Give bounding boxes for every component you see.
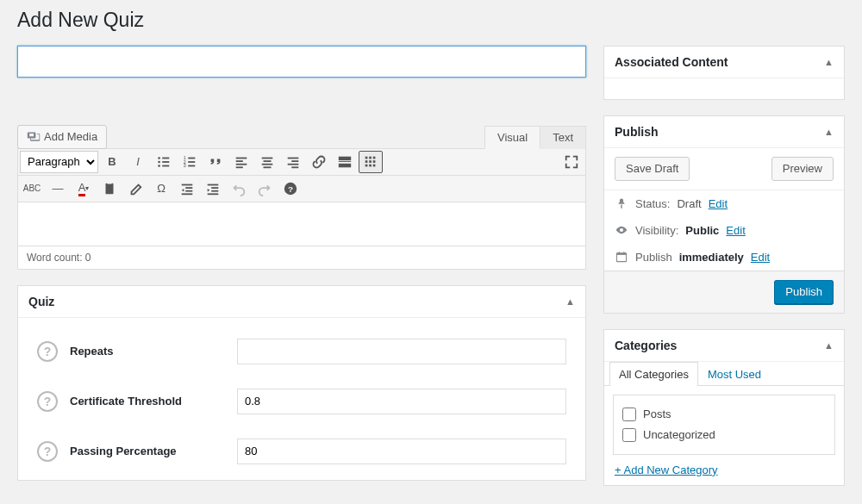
svg-rect-44 <box>211 190 218 192</box>
svg-rect-13 <box>236 160 243 162</box>
eye-icon <box>615 224 628 236</box>
svg-rect-16 <box>262 157 273 159</box>
format-select[interactable]: Paragraph <box>20 151 98 173</box>
quiz-box-heading: Quiz <box>28 295 54 308</box>
quiz-title-input[interactable] <box>17 46 586 78</box>
add-media-button[interactable]: Add Media <box>17 125 107 149</box>
svg-point-0 <box>158 157 160 159</box>
category-label: Uncategorized <box>643 428 715 441</box>
link-button[interactable] <box>307 151 331 173</box>
svg-rect-49 <box>616 253 626 255</box>
help-button[interactable]: ? <box>278 177 303 200</box>
svg-rect-17 <box>264 160 272 162</box>
visibility-value: Public <box>685 224 719 237</box>
svg-rect-38 <box>182 184 193 185</box>
svg-rect-21 <box>291 160 298 162</box>
repeats-input[interactable] <box>237 339 566 364</box>
status-label: Status: <box>635 197 670 210</box>
svg-rect-12 <box>236 157 247 159</box>
help-icon[interactable]: ? <box>37 391 58 412</box>
align-right-button[interactable] <box>281 151 305 173</box>
redo-button[interactable] <box>253 177 277 200</box>
svg-rect-29 <box>373 157 376 159</box>
category-item-uncategorized[interactable]: Uncategorized <box>622 425 826 445</box>
svg-rect-35 <box>373 165 376 167</box>
status-edit-link[interactable]: Edit <box>709 197 728 210</box>
category-label: Posts <box>643 408 671 420</box>
passing-percentage-input[interactable] <box>237 439 566 464</box>
svg-rect-43 <box>211 187 218 189</box>
svg-rect-40 <box>185 190 192 192</box>
quiz-box-toggle[interactable]: ▲ <box>565 296 575 307</box>
bold-button[interactable]: B <box>100 151 124 173</box>
read-more-button[interactable] <box>333 151 357 173</box>
editor-content-area[interactable] <box>18 202 585 246</box>
numbered-list-button[interactable]: 123 <box>178 151 202 173</box>
svg-rect-25 <box>339 161 351 162</box>
add-media-label: Add Media <box>44 126 97 148</box>
special-char-button[interactable]: Ω <box>149 177 173 200</box>
svg-rect-31 <box>369 160 372 163</box>
tab-most-used[interactable]: Most Used <box>698 362 771 386</box>
tab-all-categories[interactable]: All Categories <box>609 362 698 386</box>
categories-toggle[interactable]: ▲ <box>824 340 834 351</box>
category-checkbox-uncategorized[interactable] <box>622 428 636 442</box>
toolbar-toggle-button[interactable] <box>359 151 383 173</box>
svg-point-2 <box>158 161 160 164</box>
calendar-icon <box>615 251 628 263</box>
svg-rect-5 <box>162 165 169 166</box>
svg-rect-20 <box>288 157 299 159</box>
italic-button[interactable]: I <box>126 151 150 173</box>
fullscreen-button[interactable] <box>559 151 584 173</box>
svg-rect-45 <box>208 193 219 195</box>
outdent-button[interactable] <box>175 177 199 200</box>
tab-visual[interactable]: Visual <box>484 126 540 149</box>
publish-time-edit-link[interactable]: Edit <box>751 251 770 264</box>
certificate-threshold-label: Certificate Threshold <box>70 395 225 408</box>
svg-rect-42 <box>208 184 219 185</box>
strikethrough-button[interactable]: ABC <box>20 177 44 200</box>
svg-rect-50 <box>619 252 620 254</box>
undo-button[interactable] <box>227 177 251 200</box>
align-left-button[interactable] <box>229 151 253 173</box>
svg-text:?: ? <box>288 184 293 193</box>
bulleted-list-button[interactable] <box>152 151 176 173</box>
svg-rect-7 <box>188 157 195 159</box>
add-new-category-link[interactable]: + Add New Category <box>604 464 844 485</box>
hr-button[interactable]: — <box>46 177 70 200</box>
blockquote-button[interactable] <box>203 151 228 173</box>
text-color-button[interactable]: A▾ <box>72 177 96 200</box>
certificate-threshold-input[interactable] <box>237 389 566 414</box>
category-checkbox-posts[interactable] <box>622 408 636 421</box>
svg-rect-11 <box>188 165 195 166</box>
svg-rect-3 <box>162 161 169 163</box>
tab-text[interactable]: Text <box>540 126 586 149</box>
align-center-button[interactable] <box>255 151 279 173</box>
clear-formatting-button[interactable] <box>123 177 147 200</box>
help-icon[interactable]: ? <box>37 341 58 362</box>
paste-text-button[interactable] <box>97 177 122 200</box>
pin-icon <box>615 197 628 209</box>
associated-content-toggle[interactable]: ▲ <box>824 57 834 67</box>
indent-button[interactable] <box>201 177 225 200</box>
visibility-edit-link[interactable]: Edit <box>726 224 745 237</box>
svg-rect-1 <box>162 157 169 159</box>
svg-rect-34 <box>369 165 372 167</box>
status-value: Draft <box>677 197 701 210</box>
svg-rect-27 <box>365 157 368 159</box>
editor-toolbar-row-2: ABC — A▾ Ω ? <box>18 176 585 202</box>
save-draft-button[interactable]: Save Draft <box>615 157 690 181</box>
help-icon[interactable]: ? <box>37 441 58 462</box>
svg-rect-19 <box>264 166 272 168</box>
svg-rect-22 <box>288 164 299 165</box>
preview-button[interactable]: Preview <box>771 157 834 181</box>
svg-rect-9 <box>188 161 195 163</box>
svg-rect-24 <box>339 157 351 161</box>
editor-toolbar-row-1: Paragraph B I 123 <box>18 149 585 176</box>
svg-rect-37 <box>107 182 111 184</box>
svg-rect-51 <box>623 252 624 254</box>
repeats-label: Repeats <box>70 345 225 358</box>
publish-toggle[interactable]: ▲ <box>824 127 834 137</box>
publish-button[interactable]: Publish <box>774 280 834 304</box>
category-item-posts[interactable]: Posts <box>622 404 826 425</box>
